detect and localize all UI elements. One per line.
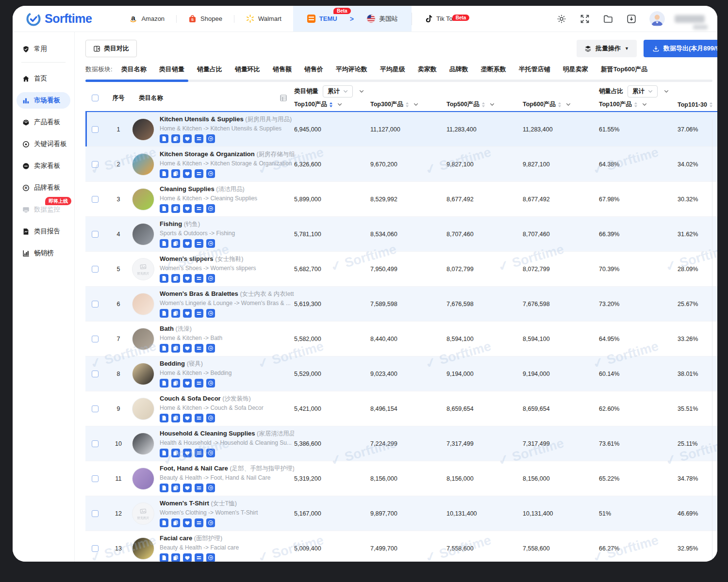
row-checkbox[interactable] <box>92 231 99 238</box>
open-link-icon[interactable] <box>206 134 215 143</box>
settings-gear-icon[interactable] <box>556 14 567 24</box>
copy-icon[interactable] <box>171 484 180 492</box>
favorite-heart-icon[interactable] <box>183 484 192 492</box>
report-icon[interactable] <box>160 553 168 562</box>
copy-icon[interactable] <box>171 518 180 527</box>
marketplace-tab-shopee[interactable]: S Shopee <box>176 6 234 32</box>
row-checkbox[interactable] <box>92 266 99 273</box>
data-module-tab-品牌数[interactable]: 品牌数 <box>449 65 468 74</box>
open-link-icon[interactable] <box>206 309 215 318</box>
select-all-checkbox[interactable] <box>92 95 99 101</box>
data-export-button[interactable]: 数据导出(本月899/9 <box>644 40 717 57</box>
temu-link-icon[interactable] <box>195 169 203 178</box>
user-avatar[interactable] <box>649 11 665 27</box>
report-icon[interactable] <box>160 449 168 457</box>
horizontal-scrollbar-track[interactable] <box>85 80 712 82</box>
favorite-heart-icon[interactable] <box>183 518 192 527</box>
row-checkbox[interactable] <box>92 336 99 342</box>
sidebar-item-畅销榜[interactable]: 畅销榜 <box>17 245 70 261</box>
favorite-heart-icon[interactable] <box>183 169 192 178</box>
sidebar-item-数据监控[interactable]: 数据监控 即将上线 <box>17 201 70 218</box>
open-link-icon[interactable] <box>206 204 215 213</box>
column-header-top600产品[interactable]: Top600产品 <box>523 100 599 109</box>
table-row[interactable]: 3 Cleaning Supplies (清洁用品) Home & Kitche… <box>85 182 717 217</box>
data-module-tab-销量环比[interactable]: 销量环比 <box>235 65 260 74</box>
copy-icon[interactable] <box>171 309 180 318</box>
sorftime-logo[interactable]: Sorftime <box>26 12 92 26</box>
table-row[interactable]: 4 Fishing (钓鱼) Sports & Outdoors -> Fish… <box>85 217 717 252</box>
fullscreen-icon[interactable] <box>579 14 590 24</box>
row-checkbox[interactable] <box>92 126 99 133</box>
copy-icon[interactable] <box>171 134 180 143</box>
favorite-heart-icon[interactable] <box>183 134 192 143</box>
temu-link-icon[interactable] <box>195 484 203 492</box>
sidebar-item-卖家看板[interactable]: 卖家看板 <box>17 158 70 174</box>
open-link-icon[interactable] <box>206 169 215 178</box>
table-row[interactable]: 9 Couch & Sofa Decor (沙发装饰) Home & Kitch… <box>85 391 717 426</box>
data-module-tab-销售价[interactable]: 销售价 <box>304 65 323 74</box>
table-row[interactable]: 12 暂无图片 Women's T-Shirt (女士T恤) Women's C… <box>85 496 717 531</box>
copy-icon[interactable] <box>171 204 180 213</box>
favorite-heart-icon[interactable] <box>183 274 192 283</box>
table-row[interactable]: 10 Household & Cleaning Supplies (家居清洁用品… <box>85 426 717 461</box>
marketplace-tab-temu[interactable]: TEMU Beta <box>295 6 349 32</box>
sort-icon[interactable] <box>634 102 638 108</box>
marketplace-tab-tik-tok[interactable]: Tik Tok Beta <box>412 13 467 25</box>
share-group-collapse-icon[interactable] <box>664 90 669 93</box>
data-module-tab-卖家数[interactable]: 卖家数 <box>418 65 437 74</box>
table-row[interactable]: 7 Bath (洗澡) Home & Kitchen -> Bath <box>85 322 717 356</box>
sidebar-item-产品看板[interactable]: 产品看板 <box>17 114 70 130</box>
table-row[interactable]: 6 Women's Bras & Bralettes (女士内衣 & 内衣let… <box>85 287 717 322</box>
report-icon[interactable] <box>160 414 168 422</box>
chevron-down-icon[interactable] <box>490 103 495 106</box>
report-icon[interactable] <box>160 344 168 353</box>
marketplace-tab-美国站[interactable]: 美国站 <box>355 6 410 32</box>
batch-actions-button[interactable]: 批量操作 ▼ <box>577 40 637 57</box>
temu-link-icon[interactable] <box>195 134 203 143</box>
report-icon[interactable] <box>160 484 168 492</box>
copy-icon[interactable] <box>171 553 180 562</box>
copy-icon[interactable] <box>171 449 180 457</box>
open-link-icon[interactable] <box>206 484 215 492</box>
table-row[interactable]: 2 Kitchen Storage & Organization (厨房存储与组… <box>85 147 717 182</box>
data-module-tab-平均评论数[interactable]: 平均评论数 <box>336 65 367 74</box>
copy-icon[interactable] <box>171 274 180 283</box>
sort-icon[interactable] <box>481 102 485 108</box>
report-icon[interactable] <box>160 134 168 143</box>
favorite-heart-icon[interactable] <box>183 449 192 457</box>
sort-icon[interactable] <box>709 102 713 108</box>
column-display-icon[interactable] <box>280 94 287 102</box>
temu-link-icon[interactable] <box>195 414 203 422</box>
favorite-heart-icon[interactable] <box>183 414 192 422</box>
report-icon[interactable] <box>160 274 168 283</box>
report-icon[interactable] <box>160 379 168 388</box>
data-module-tab-平均星级[interactable]: 平均星级 <box>380 65 405 74</box>
open-link-icon[interactable] <box>206 553 215 562</box>
column-header-top101-30[interactable]: Top101-30 <box>678 101 717 108</box>
sales-filter-select[interactable]: 累计 <box>323 85 353 97</box>
chevron-down-icon[interactable] <box>566 103 571 106</box>
sidebar-item-首页[interactable]: 首页 <box>17 70 70 87</box>
data-module-tab-半托管店铺[interactable]: 半托管店铺 <box>519 65 550 74</box>
temu-link-icon[interactable] <box>195 239 203 248</box>
column-header-top300产品[interactable]: Top300产品 <box>370 100 447 109</box>
favorite-heart-icon[interactable] <box>183 239 192 248</box>
chevron-down-icon[interactable] <box>337 103 342 106</box>
temu-link-icon[interactable] <box>195 379 203 388</box>
open-link-icon[interactable] <box>206 518 215 527</box>
row-checkbox[interactable] <box>92 161 99 168</box>
open-link-icon[interactable] <box>206 239 215 248</box>
favorite-heart-icon[interactable] <box>183 379 192 388</box>
copy-icon[interactable] <box>171 344 180 353</box>
sort-icon[interactable] <box>329 102 333 108</box>
data-module-tab-销量占比[interactable]: 销量占比 <box>197 65 222 74</box>
table-row[interactable]: 8 Bedding (寝具) Home & Kitchen -> Bedding <box>85 356 717 391</box>
temu-link-icon[interactable] <box>195 204 203 213</box>
row-checkbox[interactable] <box>92 371 99 377</box>
row-checkbox[interactable] <box>92 545 99 552</box>
copy-icon[interactable] <box>171 239 180 248</box>
row-checkbox[interactable] <box>92 440 99 447</box>
temu-link-icon[interactable] <box>195 344 203 353</box>
temu-link-icon[interactable] <box>195 309 203 318</box>
horizontal-scrollbar-thumb[interactable] <box>85 80 188 82</box>
